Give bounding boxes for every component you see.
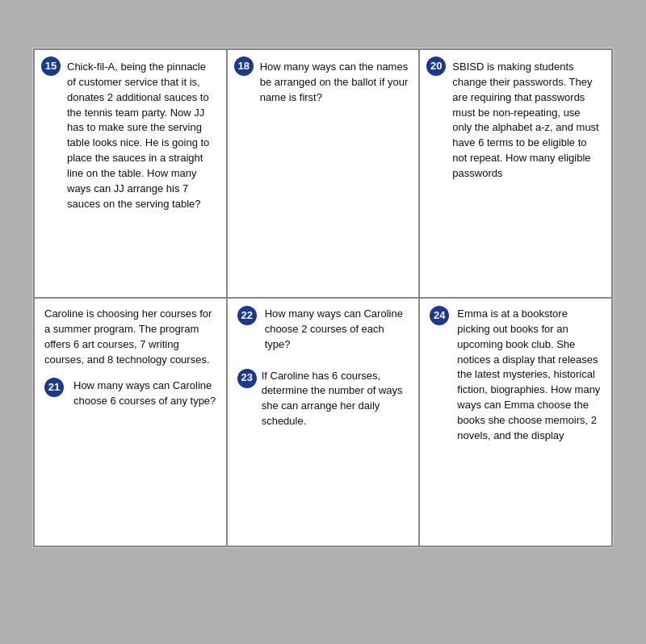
badge-24: 24 xyxy=(430,306,449,325)
badge-23-dot: 23 xyxy=(237,369,257,388)
question-15-text: Chick-fil-A, being the pinnacle of custo… xyxy=(67,61,209,210)
question-22-23-cell: 22 How many ways can Caroline choose 2 c… xyxy=(227,298,420,546)
question-24-text: Emma is at a bookstore picking out books… xyxy=(457,307,602,444)
question-22-block: 22 How many ways can Caroline choose 2 c… xyxy=(237,307,409,353)
question-15-cell: 15 Chick-fil-A, being the pinnacle of cu… xyxy=(34,49,227,298)
question-23-text: If Caroline has 6 courses, determine the… xyxy=(262,369,409,429)
question-caroline-cell: Caroline is choosing her courses for a s… xyxy=(34,298,227,546)
question-24-cell: 24 Emma is at a bookstore picking out bo… xyxy=(419,298,612,546)
caroline-intro-text: Caroline is choosing her courses for a s… xyxy=(44,307,216,367)
badge-22: 22 xyxy=(237,306,257,325)
question-21-text: How many ways can Caroline choose 6 cour… xyxy=(73,378,216,409)
question-22-text: How many ways can Caroline choose 2 cour… xyxy=(265,307,409,353)
question-24-block: 24 Emma is at a bookstore picking out bo… xyxy=(430,307,602,444)
badge-21: 21 xyxy=(44,378,64,397)
question-20-text: SBISD is making students change their pa… xyxy=(452,61,598,179)
question-23-block: 23 If Caroline has 6 courses, determine … xyxy=(237,369,409,429)
question-18-cell: 18 How many ways can the names be arrang… xyxy=(227,49,420,298)
question-21-block: 21 How many ways can Caroline choose 6 c… xyxy=(44,378,216,409)
badge-15: 15 xyxy=(41,56,61,76)
badge-18: 18 xyxy=(234,56,254,76)
question-20-cell: 20 SBISD is making students change their… xyxy=(419,49,612,298)
question-18-text: How many ways can the names be arranged … xyxy=(260,61,409,103)
badge-20: 20 xyxy=(426,56,446,76)
